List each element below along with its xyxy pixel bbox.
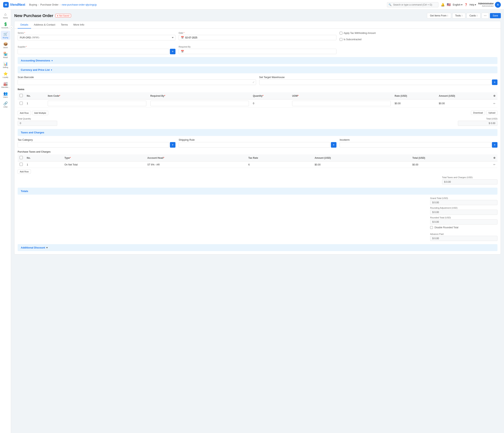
sidebar-item-manufactur[interactable]: 🏭 Manufac...	[1, 80, 10, 89]
row-item-code[interactable]	[46, 100, 148, 108]
table-actions: Add Row Add Multiple	[18, 111, 48, 115]
search-input[interactable]	[387, 2, 439, 7]
shipping-rule-add-button[interactable]: +	[331, 142, 336, 148]
col-item-code: Item Code*	[46, 92, 148, 100]
supplier-group: Supplier* +	[18, 46, 175, 54]
items-section: Items No. Item Code* Required By* Quanti…	[18, 88, 497, 115]
save-button[interactable]: Save	[490, 13, 501, 18]
select-all-taxes-checkbox[interactable]	[20, 156, 23, 159]
row-uom[interactable]	[290, 100, 393, 108]
breadcrumb-purchase-order[interactable]: Purchase Order	[40, 3, 58, 6]
tab-address-contact[interactable]: Address & Contact	[31, 21, 58, 28]
breadcrumb: Buying › Purchase Order › new-purchase-o…	[29, 3, 97, 6]
row-required-by[interactable]	[148, 100, 251, 108]
user-menu[interactable]: Administrator Administrator A	[478, 2, 501, 8]
tab-details[interactable]: Details	[18, 21, 31, 28]
currency-price-section[interactable]: Currency and Price List ▾	[18, 66, 497, 73]
supplier-input[interactable]	[18, 49, 169, 54]
advance-paid-value: $ 0.00	[430, 236, 497, 241]
right-summary-col: Grand Total (USD) $ 0.00 Rounding Adjust…	[430, 197, 497, 241]
totals-section-header[interactable]: Totals	[18, 188, 497, 195]
warehouse-add-button[interactable]: +	[492, 79, 497, 85]
apply-tax-checkbox[interactable]	[340, 32, 342, 35]
uom-input[interactable]	[292, 101, 391, 106]
col-required-by: Required By*	[148, 92, 251, 100]
taxes-table-section: Purchase Taxes and Charges No. Type* Acc…	[18, 150, 497, 174]
row-checkbox[interactable]	[20, 102, 23, 105]
shipping-rule-input[interactable]	[179, 142, 330, 148]
breadcrumb-buying[interactable]: Buying	[29, 3, 37, 6]
date-input[interactable]	[185, 36, 334, 39]
select-all-items-checkbox[interactable]	[20, 94, 23, 97]
more-options-button[interactable]: ⋯	[482, 13, 489, 19]
sidebar-item-accounts[interactable]: 💲 Accounti...	[1, 21, 10, 30]
tax-row-type: On Net Total	[62, 162, 145, 168]
sidebar-item-loyalty[interactable]: ⭐ Loyalty	[1, 70, 10, 79]
taxes-table: No. Type* Account Head* Tax Rate Amount …	[18, 154, 497, 168]
sidebar-item-crm[interactable]: 🔗 CRM	[1, 100, 10, 109]
app-logo[interactable]: M iVendNext	[3, 2, 25, 8]
scan-barcode-input[interactable]	[18, 79, 256, 85]
supplier-add-button[interactable]: +	[170, 49, 175, 54]
additional-discount-title: Additional Discount	[21, 246, 45, 249]
sidebar-item-retail[interactable]: 🏪 Retail	[1, 51, 10, 60]
download-button[interactable]: Download	[471, 111, 485, 115]
expand-icon: ⤢	[252, 81, 254, 84]
row-edit-button[interactable]: ✏	[493, 102, 495, 105]
topnav-right: 🔔 🇺🇸 English ▾ ❓ Help ▾ Administrator Ad…	[441, 2, 501, 8]
incoterm-input[interactable]	[340, 142, 491, 148]
notification-icon[interactable]: 🔔	[441, 3, 445, 7]
total-qty-value: 0	[18, 121, 57, 126]
help-button[interactable]: Help ▾	[469, 3, 476, 6]
disable-rounded-label[interactable]: Disable Rounded Total	[434, 226, 459, 229]
page-title-row: New Purchase Order Not Saved	[14, 13, 71, 18]
is-subcontracted-checkbox[interactable]	[340, 38, 342, 41]
sidebar-item-label: Users	[3, 96, 8, 98]
warehouse-input[interactable]	[259, 79, 491, 85]
series-group: Series* PUR-ORD-.YYYY.-	[18, 32, 175, 40]
upload-button[interactable]: Upload	[486, 111, 497, 115]
tab-terms[interactable]: Terms	[58, 21, 71, 28]
add-tax-row-button[interactable]: Add Row	[18, 169, 31, 174]
taxes-charges-section[interactable]: Taxes and Charges	[18, 129, 497, 136]
total-label: Total (USD)	[458, 118, 497, 120]
avatar: A	[495, 2, 501, 8]
tax-row-edit-button[interactable]: ✏	[493, 163, 495, 166]
rounded-total-value: $ 0.00	[430, 219, 497, 224]
date-label: Date*	[179, 32, 336, 34]
sidebar-expand-button[interactable]: ›	[9, 25, 13, 29]
sidebar-item-selling[interactable]: 📊 Selling	[1, 60, 10, 70]
row-required-by-input[interactable]	[150, 101, 249, 106]
taxes-charges-title: Taxes and Charges	[21, 131, 44, 134]
apply-tax-label[interactable]: Apply Tax Withholding Amount	[344, 32, 376, 35]
sidebar-item-label: Buying	[3, 37, 8, 39]
tab-more-info[interactable]: More Info	[71, 21, 87, 28]
sidebar-item-home[interactable]: ⌂ Home	[1, 11, 10, 20]
incoterm-add-button[interactable]: +	[492, 142, 497, 148]
sidebar-item-stock[interactable]: 📦 Stock	[1, 41, 10, 50]
additional-discount-section[interactable]: Additional Discount ▾	[18, 244, 497, 251]
sidebar-item-users[interactable]: 👥 Users	[1, 90, 10, 99]
help-icon[interactable]: ❓	[464, 3, 468, 6]
is-subcontracted-label[interactable]: Is Subcontracted	[344, 38, 361, 41]
accounting-dimensions-section[interactable]: Accounting Dimensions ▾	[18, 57, 497, 64]
tax-category-add-button[interactable]: +	[170, 142, 175, 148]
cards-button[interactable]: Cards ⁝	[467, 13, 480, 18]
tax-category-input[interactable]	[18, 142, 169, 148]
series-select[interactable]: PUR-ORD-.YYYY.-	[18, 35, 175, 40]
disable-rounded-checkbox[interactable]	[430, 226, 433, 229]
language-selector[interactable]: English ▾	[453, 3, 462, 6]
add-row-button[interactable]: Add Row	[18, 111, 31, 115]
item-code-input[interactable]	[48, 101, 146, 106]
tools-button[interactable]: Tools ⁝	[452, 13, 465, 18]
tax-row-checkbox[interactable]	[20, 163, 23, 166]
row-rate: $0.00	[393, 100, 437, 108]
selling-icon: 📊	[3, 62, 8, 66]
required-by-input[interactable]	[185, 50, 334, 53]
get-items-from-button[interactable]: Get Items From ⁝	[427, 13, 451, 18]
taxes-table-container: No. Type* Account Head* Tax Rate Amount …	[18, 154, 497, 168]
sidebar-item-buying[interactable]: 🛒 Buying	[1, 31, 10, 40]
items-table-container: No. Item Code* Required By* Quantity* UO…	[18, 92, 497, 108]
add-multiple-button[interactable]: Add Multiple	[32, 111, 48, 115]
grand-total-item: Grand Total (USD) $ 0.00	[430, 197, 497, 205]
